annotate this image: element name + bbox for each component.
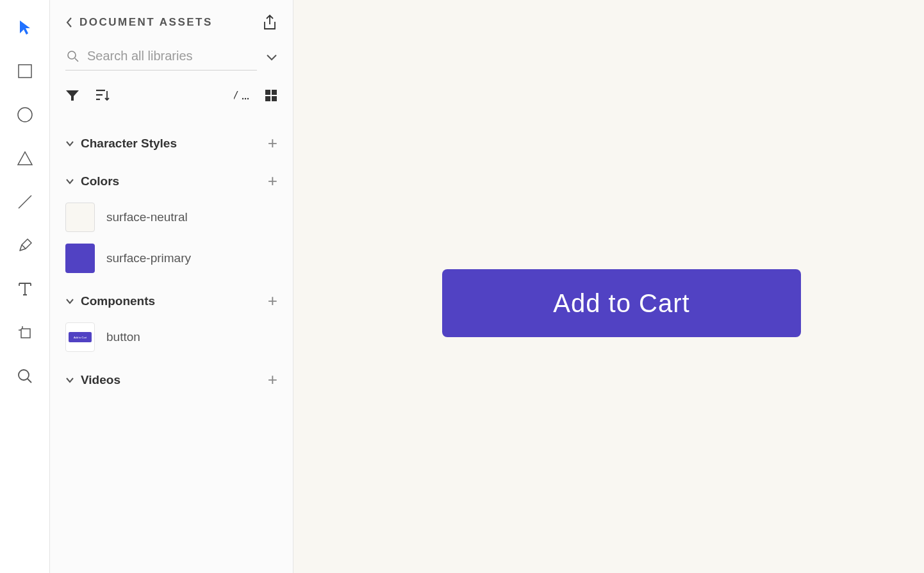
share-icon xyxy=(262,14,277,31)
color-asset-surface-neutral[interactable]: surface-neutral xyxy=(65,203,277,232)
artboard-tool[interactable] xyxy=(15,323,35,342)
section-title: Colors xyxy=(81,174,119,188)
panel-header: DOCUMENT ASSETS xyxy=(65,14,277,31)
svg-line-4 xyxy=(28,379,31,383)
chevron-left-icon xyxy=(65,17,73,28)
select-tool[interactable] xyxy=(15,18,35,37)
filter-icon xyxy=(65,89,79,102)
svg-rect-16 xyxy=(265,96,270,101)
panel-title: DOCUMENT ASSETS xyxy=(79,16,213,29)
svg-rect-0 xyxy=(19,65,31,78)
section-videos: Videos + xyxy=(65,370,277,390)
sort-icon xyxy=(95,88,110,103)
filter-button[interactable] xyxy=(65,89,79,102)
component-asset-button[interactable]: Add to Cart button xyxy=(65,322,277,352)
svg-line-2 xyxy=(19,195,31,208)
canvas-button-component[interactable]: Add to Cart xyxy=(442,269,801,337)
list-view-icon: / xyxy=(234,90,249,101)
section-header-videos[interactable]: Videos + xyxy=(65,370,277,390)
zoom-tool[interactable] xyxy=(15,367,35,386)
polygon-tool[interactable] xyxy=(15,149,35,168)
grid-view-icon xyxy=(265,89,277,102)
section-character-styles: Character Styles + xyxy=(65,133,277,153)
svg-point-11 xyxy=(242,98,243,99)
chevron-down-icon xyxy=(65,140,74,147)
section-header-character-styles[interactable]: Character Styles + xyxy=(65,133,277,153)
color-swatch xyxy=(65,244,95,273)
color-swatch xyxy=(65,203,95,232)
search-input[interactable] xyxy=(87,49,256,63)
chevron-down-icon xyxy=(65,298,74,304)
text-tool[interactable] xyxy=(15,279,35,299)
search-icon xyxy=(67,50,79,63)
color-name: surface-primary xyxy=(106,251,191,265)
svg-point-12 xyxy=(245,98,246,99)
color-asset-surface-primary[interactable]: surface-primary xyxy=(65,244,277,273)
list-view-button[interactable]: / xyxy=(234,90,249,101)
search-row xyxy=(65,45,277,71)
add-video-button[interactable]: + xyxy=(268,370,277,390)
grid-view-button[interactable] xyxy=(265,89,277,102)
svg-point-13 xyxy=(247,98,249,99)
svg-point-1 xyxy=(18,108,32,122)
assets-toolbar: / xyxy=(65,88,277,103)
tool-rail xyxy=(0,0,50,573)
component-thumbnail-inner: Add to Cart xyxy=(69,332,92,342)
svg-text:/: / xyxy=(234,90,238,101)
share-button[interactable] xyxy=(262,14,277,31)
canvas-button-label: Add to Cart xyxy=(553,289,689,318)
rectangle-tool[interactable] xyxy=(15,62,35,81)
svg-line-6 xyxy=(75,58,78,62)
svg-point-3 xyxy=(19,370,29,380)
section-title: Character Styles xyxy=(81,137,177,151)
ellipse-tool[interactable] xyxy=(15,105,35,124)
chevron-down-icon xyxy=(266,54,277,62)
section-header-colors[interactable]: Colors + xyxy=(65,171,277,191)
search-scope-dropdown[interactable] xyxy=(266,54,277,62)
assets-panel: DOCUMENT ASSETS / xyxy=(50,0,293,573)
pen-tool[interactable] xyxy=(15,236,35,255)
section-colors: Colors + surface-neutral surface-primary xyxy=(65,171,277,273)
line-tool[interactable] xyxy=(15,192,35,212)
add-color-button[interactable]: + xyxy=(268,171,277,191)
section-header-components[interactable]: Components + xyxy=(65,291,277,311)
section-title: Videos xyxy=(81,373,120,387)
svg-rect-17 xyxy=(272,96,277,101)
color-name: surface-neutral xyxy=(106,210,188,224)
svg-rect-14 xyxy=(265,90,270,95)
panel-back-button[interactable]: DOCUMENT ASSETS xyxy=(65,16,213,29)
search-field-wrap[interactable] xyxy=(65,45,257,71)
component-thumbnail: Add to Cart xyxy=(65,322,95,352)
section-components: Components + Add to Cart button xyxy=(65,291,277,352)
chevron-down-icon xyxy=(65,377,74,383)
canvas[interactable]: Add to Cart xyxy=(293,0,924,573)
component-name: button xyxy=(106,330,140,344)
add-character-style-button[interactable]: + xyxy=(268,133,277,153)
add-component-button[interactable]: + xyxy=(268,291,277,311)
section-title: Components xyxy=(81,294,155,308)
svg-point-5 xyxy=(68,51,76,59)
svg-rect-15 xyxy=(272,90,277,95)
chevron-down-icon xyxy=(65,178,74,185)
sort-button[interactable] xyxy=(95,88,110,103)
